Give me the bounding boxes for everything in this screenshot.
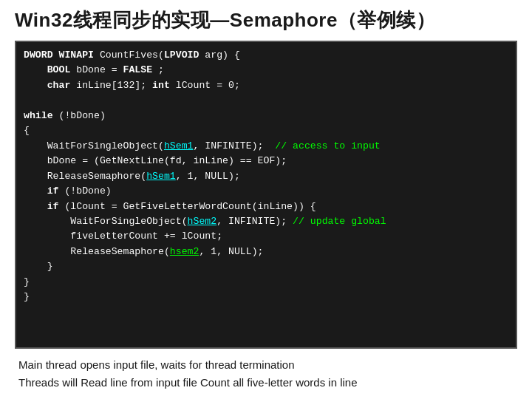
code-line-16: } (24, 275, 508, 290)
code-indent-7: WaitForSingleObject( (24, 140, 164, 151)
code-line-1: DWORD WINAPI CountFives(LPVOID arg) { (24, 48, 508, 63)
code-indent-10 (24, 185, 47, 197)
code-text-14a: ReleaseSemaphore( (24, 246, 170, 257)
kw-char: char (47, 80, 71, 91)
code-line-10: if (!bDone) (24, 184, 508, 199)
code-text-2: bDone = (70, 64, 123, 75)
kw-if1: if (47, 185, 59, 197)
h-sem1-ref1: hSem1 (164, 140, 194, 151)
kw-while: while (24, 110, 53, 121)
code-line-2: BOOL bDone = FALSE ; (24, 63, 508, 78)
code-text-1: CountFives( (94, 50, 164, 61)
code-text-14b: , 1, NULL); (199, 246, 263, 257)
kw-int: int (152, 80, 170, 91)
code-line-14: ReleaseSemaphore(hsem2, 1, NULL); (24, 245, 508, 259)
code-text-7: , INFINITE); (194, 140, 276, 151)
code-line-12: WaitForSingleObject(hSem2, INFINITE); //… (24, 214, 508, 229)
code-indent-2 (24, 64, 47, 75)
h-sem2-ref1: hSem2 (188, 216, 217, 227)
code-indent-11 (24, 201, 47, 212)
code-text-1b: arg) { (199, 50, 239, 61)
h-sem1-ref2: hSem1 (146, 171, 176, 182)
code-line-11: if (lCount = GetFiveLetterWordCount(inLi… (24, 200, 508, 214)
hsem2-ref2: hsem2 (170, 246, 200, 257)
code-text-12: , INFINITE); (216, 216, 293, 227)
kw-false: FALSE (123, 64, 153, 75)
page: Win32线程同步的实现—Semaphore（举例续） DWORD WINAPI… (0, 0, 532, 399)
code-line-9: ReleaseSemaphore(hSem1, 1, NULL); (24, 169, 508, 184)
description-line1: Main thread opens input file, waits for … (18, 356, 517, 374)
code-line-3: char inLine[132]; int lCount = 0; (24, 78, 508, 93)
kw-dword: DWORD WINAPI (24, 50, 94, 61)
code-text-while: (!bDone) (53, 110, 106, 121)
description-block: Main thread opens input file, waits for … (15, 356, 517, 392)
code-indent-3 (24, 80, 47, 91)
code-text-3b: lCount = 0; (170, 80, 240, 91)
kw-if2: if (47, 201, 59, 212)
code-indent-12: WaitForSingleObject( (24, 216, 188, 227)
page-title: Win32线程同步的实现—Semaphore（举例续） (15, 7, 517, 33)
code-text-2b: ; (152, 64, 164, 75)
comment-12: // update global (293, 216, 386, 227)
kw-bool: BOOL (47, 64, 71, 75)
code-line-8: bDone = (GetNextLine(fd, inLine) == EOF)… (24, 154, 508, 168)
comment-7: // access to input (275, 140, 380, 151)
code-line-while: while (!bDone) (24, 109, 508, 123)
code-line-15: } (24, 259, 508, 274)
code-line-17: } (24, 290, 508, 304)
code-brace-fn-close: } (24, 291, 30, 302)
code-text-13: fiveLetterCount += lCount; (24, 231, 222, 242)
code-line-open: { (24, 123, 508, 138)
code-text-9a: ReleaseSemaphore( (24, 171, 146, 182)
code-line-blank (24, 93, 508, 108)
code-line-13: fiveLetterCount += lCount; (24, 229, 508, 244)
code-text-10: (!bDone) (58, 185, 111, 197)
code-brace-while-close: } (24, 276, 30, 287)
kw-lpvoid: LPVOID (164, 50, 199, 61)
code-brace-open: { (24, 125, 30, 136)
code-line-7: WaitForSingleObject(hSem1, INFINITE); //… (24, 139, 508, 154)
description-line2: Threads will Read line from input file C… (18, 374, 517, 392)
code-text-11: (lCount = GetFiveLetterWordCount(inLine)… (58, 201, 316, 212)
code-text-9b: , 1, NULL); (176, 171, 240, 182)
code-text-3: inLine[132]; (70, 80, 152, 91)
code-block: DWORD WINAPI CountFives(LPVOID arg) { BO… (15, 41, 517, 349)
code-brace-if-close: } (24, 261, 53, 272)
code-text-8: bDone = (GetNextLine(fd, inLine) == EOF)… (24, 155, 287, 166)
